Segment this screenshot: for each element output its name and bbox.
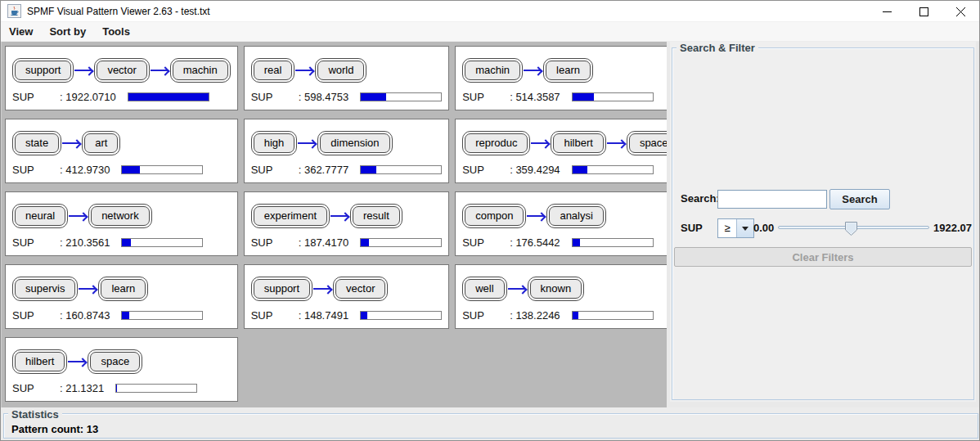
sup-bar-fill <box>361 312 367 319</box>
sup-label: SUP <box>462 309 510 322</box>
chevron-down-icon[interactable] <box>736 219 753 237</box>
pattern-card[interactable]: wellknownSUP: 138.2246 <box>455 264 667 329</box>
arrow-right-icon <box>313 284 332 294</box>
pattern-card[interactable]: stateartSUP: 412.9730 <box>5 119 238 183</box>
sup-label: SUP <box>12 236 60 249</box>
pattern-card[interactable]: realworldSUP: 598.4753 <box>244 46 449 110</box>
sup-bar-fill <box>361 166 375 173</box>
sup-bar-fill <box>361 239 369 246</box>
pattern-card[interactable]: experimentresultSUP: 187.4170 <box>244 191 449 256</box>
pattern-token: learn <box>543 58 593 83</box>
pattern-grid: supportvectormachinSUP: 1922.0710realwor… <box>1 42 667 407</box>
pattern-token: machin <box>170 58 231 83</box>
minimize-button[interactable] <box>869 1 906 22</box>
sup-bar-fill <box>573 312 578 319</box>
arrow-right-icon <box>508 284 527 294</box>
pattern-card[interactable]: supervislearnSUP: 160.8743 <box>5 264 238 329</box>
pattern-token: vector <box>94 58 149 83</box>
pattern-token: support <box>12 58 74 83</box>
app-window: SPMF Visual Pattern Viewer 2.63 - test.t… <box>0 0 980 441</box>
sup-bar <box>360 238 442 247</box>
pattern-token: state <box>12 131 61 155</box>
pattern-token: machin <box>462 58 523 83</box>
statistics-group-border <box>3 413 978 439</box>
pattern-token: supervis <box>12 277 78 301</box>
sup-value: : 138.2246 <box>510 309 560 322</box>
pattern-card[interactable]: supportvectorSUP: 148.7491 <box>244 264 449 329</box>
sup-value: : 176.5442 <box>510 236 560 249</box>
clear-filters-button[interactable]: Clear Filters <box>674 247 972 267</box>
sup-value: : 148.7491 <box>299 309 348 322</box>
sup-label: SUP <box>462 164 510 176</box>
sup-value: : 514.3587 <box>510 91 560 103</box>
slider-min-label: 0.00 <box>753 218 774 238</box>
pattern-token: art <box>82 131 120 155</box>
sup-value: : 1922.0710 <box>60 91 116 103</box>
sup-bar-fill <box>122 239 131 246</box>
sup-value: : 412.9730 <box>60 164 110 176</box>
pattern-card[interactable]: supportvectormachinSUP: 1922.0710 <box>5 46 238 110</box>
pattern-token: compon <box>462 204 526 228</box>
arrow-right-icon <box>527 211 546 221</box>
filter-panel: Search & Filter Search: Search SUP ≥ 0.0… <box>670 42 976 402</box>
sup-bar <box>121 311 203 320</box>
slider-max-label: 1922.07 <box>933 218 972 238</box>
statistics-panel: Statistics Pattern count: 13 <box>1 407 980 441</box>
menu-view[interactable]: View <box>1 22 41 42</box>
sup-label: SUP <box>12 164 60 176</box>
pattern-count: Pattern count: 13 <box>11 423 98 435</box>
pattern-token: high <box>251 131 298 155</box>
java-app-icon <box>7 4 21 18</box>
close-button[interactable] <box>942 1 979 22</box>
pattern-token: hilbert <box>551 131 605 155</box>
sup-bar <box>360 311 442 320</box>
pattern-token: experiment <box>251 204 330 228</box>
sup-filter-row: SUP ≥ 0.00 1922.07 <box>670 218 976 240</box>
pattern-token: vector <box>333 277 388 301</box>
arrow-right-icon <box>330 211 349 221</box>
pattern-card[interactable]: machinlearnSUP: 514.3587 <box>455 46 667 110</box>
pattern-card[interactable]: highdimensionSUP: 362.7777 <box>244 119 449 183</box>
sup-bar <box>572 311 654 320</box>
sup-label: SUP <box>462 91 510 103</box>
pattern-token: hilbert <box>12 349 67 374</box>
pattern-card[interactable]: reproduchilbertspaceSUP: 359.4294 <box>455 119 667 183</box>
search-row: Search: Search <box>670 189 976 210</box>
sup-value: : 362.7777 <box>299 164 348 176</box>
pattern-card[interactable]: neuralnetworkSUP: 210.3561 <box>5 191 238 256</box>
sup-label: SUP <box>251 164 299 176</box>
sup-value: : 598.4753 <box>299 91 348 103</box>
menu-sort-by[interactable]: Sort by <box>41 22 94 42</box>
sup-operator-value: ≥ <box>718 219 736 237</box>
sup-slider[interactable] <box>778 222 929 235</box>
pattern-token: well <box>462 277 506 301</box>
sup-value: : 210.3561 <box>60 236 110 249</box>
maximize-button[interactable] <box>906 1 942 22</box>
sup-bar <box>360 165 442 174</box>
sup-operator-combobox[interactable]: ≥ <box>717 218 754 238</box>
pattern-token: learn <box>98 277 148 301</box>
pattern-token: network <box>88 204 152 228</box>
sup-label: SUP <box>12 309 60 322</box>
menu-tools[interactable]: Tools <box>94 22 138 42</box>
sup-slider-thumb[interactable] <box>845 222 857 236</box>
pattern-token: support <box>251 277 312 301</box>
search-input[interactable] <box>717 190 827 209</box>
pattern-card[interactable]: componanalysiSUP: 176.5442 <box>455 191 667 256</box>
pattern-token: analysi <box>546 204 605 228</box>
arrow-right-icon <box>74 65 93 75</box>
main-content: supportvectormachinSUP: 1922.0710realwor… <box>1 42 979 407</box>
pattern-card[interactable]: hilbertspaceSUP: 21.1321 <box>5 337 238 402</box>
search-button[interactable]: Search <box>829 189 890 209</box>
sup-label: SUP <box>251 309 299 322</box>
pattern-token: dimension <box>317 131 392 155</box>
arrow-right-icon <box>79 284 97 294</box>
pattern-token: neural <box>12 204 68 228</box>
sup-bar-fill <box>128 93 209 101</box>
sup-bar <box>128 92 209 101</box>
arrow-right-icon <box>298 138 317 148</box>
pattern-token: world <box>315 58 366 83</box>
sup-bar <box>121 238 203 247</box>
title-bar: SPMF Visual Pattern Viewer 2.63 - test.t… <box>1 1 979 22</box>
pattern-token: result <box>350 204 402 228</box>
